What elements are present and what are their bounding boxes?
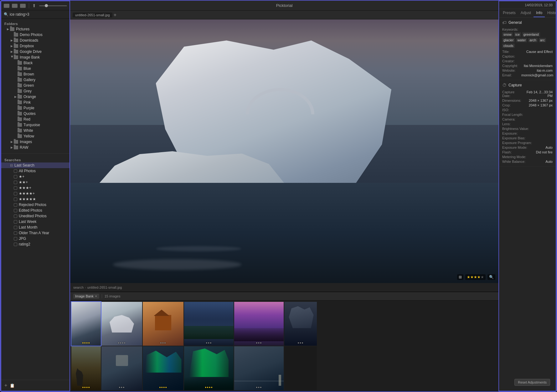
zoom-slider[interactable] xyxy=(39,5,67,6)
thumb-rating-6: ●●● xyxy=(297,341,303,344)
sidebar-item-google-drive[interactable]: ▶ Google Drive xyxy=(1,49,70,54)
rating-display[interactable]: ★★★★★ xyxy=(465,274,486,280)
thumbnail-2[interactable]: ●●●● xyxy=(101,302,142,346)
sidebar-item-star3[interactable]: ▶ ★★★+ xyxy=(1,185,70,191)
sidebar-item-star1[interactable]: ▶ ★+ xyxy=(1,174,70,179)
tab-presets[interactable]: Presets xyxy=(500,9,518,17)
brightness-label: Brightness Value: xyxy=(502,127,529,131)
flash-row: Flash: Did not fire xyxy=(502,150,553,154)
sidebar-item-last-week[interactable]: ▶ Last Week xyxy=(1,219,70,224)
thumbnail-5[interactable]: ●●● xyxy=(234,302,284,346)
sidebar-item-unedited-photos[interactable]: ▶ Unedited Photos xyxy=(1,213,70,219)
right-panel-header: 14/02/2019, 12:33 xyxy=(499,1,556,9)
sidebar-item-rejected-photos[interactable]: ▶ Rejected Photos xyxy=(1,202,70,208)
thumbnail-3[interactable]: ●●● xyxy=(143,302,183,346)
sidebar-item-green[interactable]: ▶ Green xyxy=(1,83,70,88)
share-icon[interactable]: ⬆ xyxy=(32,3,36,8)
thumbnail-11[interactable]: ●●● xyxy=(234,346,284,390)
thumbnail-4[interactable]: ●●● xyxy=(184,302,234,346)
sidebar-item-blue[interactable]: ▶ Blue xyxy=(1,66,70,71)
white-balance-value: Auto xyxy=(545,160,553,163)
sidebar-item-last-month[interactable]: ▶ Last Month xyxy=(1,224,70,230)
image-zoom-icon[interactable]: 🔍 xyxy=(487,274,495,280)
sidebar-item-black[interactable]: ▶ Black xyxy=(1,60,70,66)
email-value: monnick@gmail.com xyxy=(521,73,553,77)
image-fit-icon[interactable]: ⊞ xyxy=(457,274,463,280)
view-icon-1[interactable] xyxy=(4,4,9,8)
app-container: ⬆ 🔍 Folders ▶ Pictures ▶ xyxy=(0,0,557,392)
sidebar-item-older-than-a-year[interactable]: ▶ Older Than A Year xyxy=(1,230,70,236)
arrow-icon: ▶ xyxy=(11,44,14,48)
sidebar-item-quotes[interactable]: ▶ Quotes xyxy=(1,111,70,116)
sidebar-item-all-photos[interactable]: ▶ All Photos xyxy=(1,168,70,174)
thumbnail-10[interactable]: ●●●● xyxy=(184,346,234,390)
tab-adjust[interactable]: Adjust xyxy=(518,9,534,17)
thumb-column-5: ●●● ●●● xyxy=(234,302,284,390)
thumb-column-4: ●●● ●●●● xyxy=(184,302,234,390)
view-icon-3[interactable] xyxy=(20,4,26,8)
sidebar-item-last-search[interactable]: ▶ ⊟ Last Search xyxy=(1,162,70,168)
sidebar-item-star5[interactable]: ▶ ★★★★★ xyxy=(1,196,70,202)
searches-section: Searches ▶ ⊟ Last Search ▶ All Photos ▶ … xyxy=(1,155,70,249)
sidebar-item-raw[interactable]: ▶ RAW xyxy=(1,145,70,150)
thumbnail-7[interactable]: ●●●● xyxy=(71,346,101,390)
sidebar-item-red[interactable]: ▶ Red xyxy=(1,116,70,122)
keyword-ice: ice xyxy=(514,32,521,37)
exposure-mode-row: Exposure Mode: Auto xyxy=(502,145,553,150)
caption-label: Caption: xyxy=(502,54,515,58)
add-tab-button[interactable]: + xyxy=(114,12,116,18)
sidebar-item-rating2[interactable]: ▶ rating2 xyxy=(1,241,70,247)
keyword-arc: arc xyxy=(539,38,546,42)
sidebar-item-edited-photos[interactable]: ▶ Edited Photos xyxy=(1,208,70,213)
sidebar-item-jpg[interactable]: ▶ JPG xyxy=(1,236,70,241)
sidebar-bottom: + 📋 xyxy=(1,380,70,391)
image-bank-selector[interactable]: Image Bank ▼ xyxy=(73,294,99,299)
sidebar-item-images[interactable]: ▶ Images xyxy=(1,139,70,145)
sidebar-item-orange[interactable]: ▶ Orange xyxy=(1,94,70,100)
sidebar-item-pink[interactable]: ▶ Pink xyxy=(1,100,70,105)
sidebar-item-yellow[interactable]: ▶ Yellow xyxy=(1,133,70,139)
searches-title: Searches xyxy=(1,157,70,162)
sidebar-item-label: Last Week xyxy=(19,219,36,224)
sidebar-item-purple[interactable]: ▶ Purple xyxy=(1,105,70,111)
sidebar-item-downloads[interactable]: ▶ Downloads xyxy=(1,38,70,43)
add-button[interactable]: + xyxy=(4,383,7,388)
sidebar-item-gallery[interactable]: ▶ Gallery xyxy=(1,77,70,83)
arrow-icon: ▶ xyxy=(11,140,14,143)
folder-icon xyxy=(14,146,18,149)
sidebar-item-brown[interactable]: ▶ Brown xyxy=(1,71,70,77)
folders-title: Folders xyxy=(1,21,70,26)
zoom-slider-thumb[interactable] xyxy=(45,4,48,7)
sidebar-item-white[interactable]: ▶ White xyxy=(1,128,70,133)
sidebar-item-label: Gallery xyxy=(23,78,35,82)
sidebar-item-image-bank[interactable]: ▶ Image Bank xyxy=(1,54,70,60)
tab-label: Presets xyxy=(503,11,516,15)
image-tab[interactable]: untitled-2651-small.jpg xyxy=(73,13,112,18)
breadcrumb-search[interactable]: search xyxy=(73,286,84,289)
sidebar-item-label: Purple xyxy=(23,106,34,110)
search-input[interactable] xyxy=(10,12,67,17)
thumbnail-9[interactable]: ●●●● xyxy=(143,346,183,390)
sidebar-item-pictures[interactable]: ▶ Pictures xyxy=(1,26,70,32)
folder-icon xyxy=(14,39,18,42)
tab-history[interactable]: History xyxy=(545,9,556,17)
tab-info[interactable]: Info xyxy=(534,9,545,17)
sidebar-item-star2[interactable]: ▶ ★★+ xyxy=(1,179,70,185)
view-icon-2[interactable] xyxy=(12,4,18,8)
thumbnail-8[interactable]: ●●● xyxy=(101,346,142,390)
folder-icon xyxy=(18,95,22,99)
sidebar-item-dropbox[interactable]: ▶ Dropbox xyxy=(1,43,70,49)
sidebar-item-grey[interactable]: ▶ Grey xyxy=(1,88,70,94)
sidebar-item-star4[interactable]: ▶ ★★★★+ xyxy=(1,191,70,196)
thumbnail-6[interactable]: ●●● xyxy=(284,302,317,346)
sidebar-item-demo-photos[interactable]: ▶ Demo Photos xyxy=(1,32,70,38)
website-label: Website: xyxy=(502,69,516,72)
metering-mode-row: Metering Mode: xyxy=(502,154,553,159)
focal-length-row: Focal Length: xyxy=(502,112,553,117)
thumb-column-3: ●●● ●●●● xyxy=(143,302,183,390)
thumbnail-1[interactable]: ●●●● xyxy=(71,302,101,346)
note-icon[interactable]: 📋 xyxy=(10,383,15,388)
sidebar-item-turquoise[interactable]: ▶ Turquoise xyxy=(1,122,70,128)
reset-adjustments-button[interactable]: Reset Adjustments xyxy=(514,379,550,386)
thumb-rating-2: ●●●● xyxy=(118,341,126,344)
